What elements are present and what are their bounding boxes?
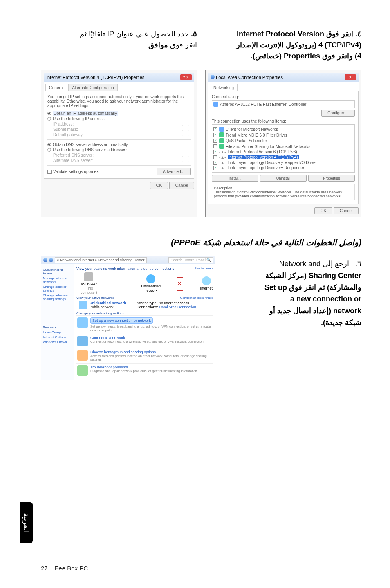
connect-sub: Connect or reconnect to a wireless, wire…: [90, 340, 204, 343]
breadcrumb[interactable]: « Network and Internet » Network and Sha…: [55, 257, 147, 263]
tab-networking[interactable]: Networking: [210, 84, 238, 91]
tab-alternate[interactable]: Alternate Configuration: [68, 84, 117, 91]
ok-button[interactable]: OK: [314, 207, 332, 214]
network-icon: [146, 274, 155, 283]
step4-l2: (TCP/IPv4) 4 (بروتوكول الإنترنت الإصدار: [236, 41, 361, 49]
side-item[interactable]: Change advanced sharing settings: [43, 294, 72, 301]
lac-title: Local Area Connection Properties: [216, 75, 283, 80]
radio-use-dns[interactable]: Use the following DNS server addresses:: [53, 148, 127, 152]
lac-link[interactable]: Local Area Connection: [159, 305, 196, 309]
checkbox-icon[interactable]: [213, 150, 217, 154]
homegroup-sub: Access files and printers located on oth…: [90, 354, 207, 361]
page-number: 27: [41, 565, 48, 572]
pc-sub: (This computer): [81, 286, 97, 294]
forward-icon[interactable]: [49, 258, 53, 262]
item-client[interactable]: Client for Microsoft Networks: [226, 127, 278, 132]
lac-properties-dialog: Local Area Connection Properties ✕ Netwo…: [205, 70, 361, 217]
item-lltd-responder[interactable]: Link-Layer Topology Discovery Responder: [228, 166, 305, 170]
homegroup-link[interactable]: Choose homegroup and sharing options: [90, 350, 156, 354]
uninstall-button[interactable]: Uninstall: [260, 175, 307, 182]
connect-network-link[interactable]: Connect to a network: [90, 336, 125, 340]
checkbox-icon[interactable]: [213, 144, 217, 148]
see-full-map[interactable]: See full map: [195, 267, 213, 271]
step6-l3: والمشاركة) ثم انقر فوق Set up: [264, 283, 361, 292]
also-item[interactable]: Internet Options: [43, 335, 72, 339]
checkbox-icon[interactable]: [213, 161, 217, 165]
also-item[interactable]: HomeGroup: [43, 330, 72, 334]
radio-icon[interactable]: [47, 143, 51, 146]
radio-obtain-ip[interactable]: Obtain an IP address automatically: [53, 111, 118, 116]
access-label: Access type:: [137, 301, 157, 305]
connect-link[interactable]: Connect or disconnect: [180, 296, 213, 300]
client-icon: [219, 127, 224, 132]
cancel-button[interactable]: Cancel: [334, 207, 359, 214]
radio-icon[interactable]: [47, 117, 51, 121]
connect-using-label: Connect using:: [212, 94, 355, 99]
step6-l5: network (إعداد اتصال جديد أو: [269, 307, 361, 315]
checkbox-icon[interactable]: [47, 170, 52, 174]
troubleshoot-link[interactable]: Troubleshoot problems: [90, 365, 128, 369]
uses-items-label: This connection uses the following items…: [212, 119, 355, 123]
step5-l1: حدد الحصول على عنوان IP تلقائيًا ثم: [80, 30, 189, 38]
service-icon: [219, 144, 224, 149]
side-item[interactable]: Change adapter settings: [43, 285, 72, 292]
configure-button[interactable]: Configure...: [321, 110, 355, 117]
public-net: Public network: [90, 305, 114, 309]
pc-label: ASUS-PC: [81, 282, 97, 286]
desc-label: Description: [214, 186, 353, 190]
unid-net[interactable]: Unidentified network: [90, 301, 126, 305]
step6-l1: ارجع إلى Network and: [279, 260, 349, 268]
properties-button[interactable]: Properties: [308, 175, 355, 182]
label-dns1: Preferred DNS server:: [53, 153, 94, 157]
item-lltd-mapper[interactable]: Link-Layer Topology Discovery Mapper I/O…: [228, 160, 317, 165]
view-title: View your basic network information and …: [76, 267, 174, 271]
radio-icon[interactable]: [47, 148, 51, 152]
install-button[interactable]: Install...: [212, 175, 258, 182]
pc-icon: [84, 272, 93, 281]
radio-use-ip[interactable]: Use the following IP address:: [53, 117, 105, 121]
side-item[interactable]: Manage wireless networks: [43, 276, 72, 284]
dns1-field: . . .: [177, 153, 191, 157]
x-icon: —✕—: [177, 274, 184, 293]
checkbox-icon[interactable]: [213, 155, 217, 159]
checkbox-icon[interactable]: [213, 139, 217, 143]
subnet-field: . . .: [177, 127, 191, 132]
step5-l2a: انقر فوق: [168, 41, 197, 49]
tab-general[interactable]: General: [45, 84, 67, 91]
item-ipv6[interactable]: Internet Protocol Version 6 (TCP/IPv6): [228, 150, 297, 154]
service-icon: [219, 138, 224, 143]
label-gateway: Default gateway:: [53, 132, 84, 137]
unid-label: Unidentified network: [141, 284, 161, 292]
active-title: View your active networks: [76, 296, 114, 300]
radio-obtain-dns[interactable]: Obtain DNS server address automatically: [53, 142, 128, 147]
item-trend[interactable]: Trend Micro NDIS 6.0 Filter Driver: [226, 133, 287, 137]
close-icon[interactable]: ? ✕: [180, 74, 192, 80]
step5-num: ٥.: [191, 30, 197, 38]
item-ipv4[interactable]: Internet Protocol Version 4 (TCP/IPv4): [228, 155, 299, 159]
troubleshoot-icon: [77, 365, 88, 376]
cancel-button[interactable]: Cancel: [169, 182, 194, 189]
also-item[interactable]: Windows Firewall: [43, 340, 72, 344]
label-subnet: Subnet mask:: [53, 127, 78, 132]
close-icon[interactable]: ✕: [345, 74, 356, 80]
setup-connection-link[interactable]: Set up a new connection or network: [90, 317, 153, 324]
adapter-name: Atheros AR8132 PCI-E Fast Ethernet Contr…: [220, 102, 306, 107]
conn-label: Connections:: [137, 305, 158, 309]
checkbox-icon[interactable]: [213, 166, 217, 170]
search-input[interactable]: Search Control Panel: [170, 258, 206, 262]
advanced-button[interactable]: Advanced...: [157, 168, 191, 175]
radio-icon[interactable]: [47, 112, 51, 115]
checkbox-icon[interactable]: [213, 127, 217, 131]
checkbox-icon[interactable]: [213, 133, 217, 137]
validate-check[interactable]: Validate settings upon exit: [53, 169, 101, 174]
dns2-field: . . .: [177, 158, 191, 163]
ok-button[interactable]: OK: [150, 182, 168, 189]
item-qos[interactable]: QoS Packet Scheduler: [226, 139, 267, 143]
search-icon[interactable]: 🔍: [206, 258, 211, 262]
item-fileshare[interactable]: File and Printer Sharing for Microsoft N…: [226, 144, 310, 149]
back-icon[interactable]: [43, 258, 47, 262]
language-tab: العربية: [20, 502, 33, 543]
homegroup-icon: [77, 350, 88, 361]
line-icon: ——: [114, 280, 125, 287]
step4-l1: انقر فوق Internet Protocol Version: [237, 30, 353, 38]
